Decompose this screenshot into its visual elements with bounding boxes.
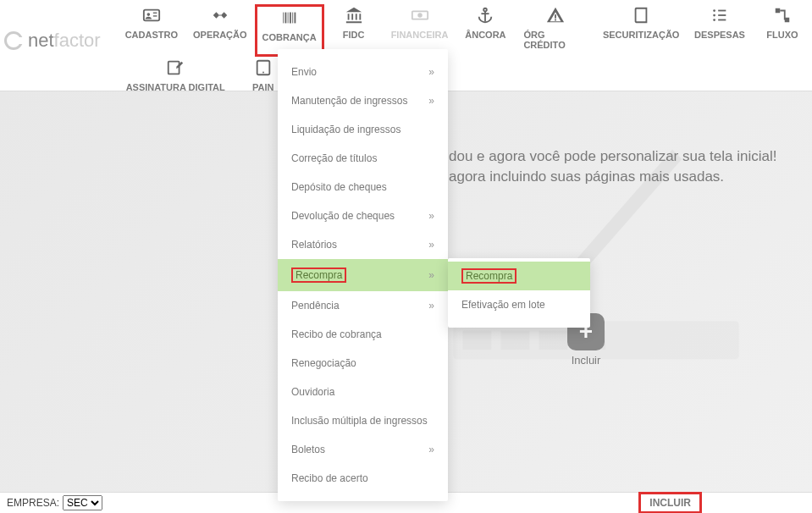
nav-label: CADASTRO	[125, 30, 178, 40]
svg-rect-16	[555, 19, 556, 21]
dropdown-item-boletos[interactable]: Boletos»	[278, 435, 448, 464]
chevron-right-icon: »	[428, 239, 434, 251]
dropdown-item-corre--o-de-t-tulos[interactable]: Correção de títulos	[278, 144, 448, 173]
dropdown-item-label: Envio	[291, 66, 317, 78]
tablet-icon	[254, 57, 273, 79]
dropdown-item-label: Ouvidoria	[291, 386, 334, 398]
chevron-right-icon: »	[428, 444, 434, 455]
dropdown-item-label: Boletos	[291, 444, 325, 455]
incluir-button[interactable]: INCLUIR	[638, 492, 702, 513]
chevron-right-icon: »	[428, 66, 434, 78]
nav-label: DESPESAS	[694, 30, 745, 40]
submenu-item-label: Efetivação em lote	[461, 299, 545, 311]
nav-label: FINANCEIRA	[391, 30, 449, 40]
chevron-right-icon: »	[428, 95, 434, 107]
logo-icon	[4, 31, 23, 50]
hero-line-2: agora incluindo suas páginas mais usadas…	[449, 168, 812, 185]
svg-point-18	[713, 14, 715, 17]
submenu-item-recompra[interactable]: Recompra	[448, 262, 590, 290]
incluir-shortcut-label: Incluir	[572, 354, 601, 367]
dropdown-item-label: Recompra	[291, 268, 346, 283]
svg-rect-29	[463, 331, 492, 350]
dropdown-item-label: Recibo de cobrança	[291, 328, 382, 340]
nav-fluxo[interactable]: FLUXO	[753, 4, 812, 57]
cobranca-dropdown: Envio»Manutenção de ingressos»Liquidação…	[278, 49, 448, 501]
hero-text: dou e agora você pode personalizar sua t…	[449, 148, 812, 185]
book-icon	[632, 4, 650, 26]
nav-label: ASSINATURA DIGITAL	[126, 82, 225, 92]
dropdown-item-label: Depósito de cheques	[291, 181, 387, 193]
dropdown-item-label: Pendência	[291, 300, 340, 312]
svg-rect-30	[501, 331, 530, 350]
money-icon	[411, 4, 429, 26]
chevron-right-icon: »	[428, 210, 434, 222]
dropdown-item-renegocia--o[interactable]: Renegociação	[278, 349, 448, 378]
warning-icon	[546, 4, 565, 26]
nav-label: PAIN	[252, 82, 273, 92]
dropdown-item-label: Recibo de acerto	[291, 472, 368, 484]
chevron-right-icon: »	[428, 300, 434, 312]
edit-icon	[166, 57, 185, 79]
dropdown-item-dep-sito-de-cheques[interactable]: Depósito de cheques	[278, 173, 448, 201]
list-icon	[710, 4, 729, 26]
dropdown-item-manuten--o-de-ingressos[interactable]: Manutenção de ingressos»	[278, 86, 448, 115]
nav-assinatura-digital[interactable]: ASSINATURA DIGITAL	[118, 57, 234, 99]
nav-label: FIDC	[343, 30, 365, 40]
dropdown-item-recompra[interactable]: Recompra»	[278, 259, 448, 291]
logo: netfactor	[0, 4, 109, 52]
svg-rect-23	[776, 8, 781, 14]
dropdown-item-inclus-o-m-ltipla-de-ingressos[interactable]: Inclusão múltipla de ingressos	[278, 406, 448, 435]
nav-label: OPERAÇÃO	[193, 30, 247, 40]
dropdown-item-devolu--o-de-cheques[interactable]: Devolução de cheques»	[278, 201, 448, 230]
dropdown-item-label: Inclusão múltipla de ingressos	[291, 415, 428, 427]
flow-icon	[773, 4, 792, 26]
dropdown-item-relat-rios[interactable]: Relatórios»	[278, 230, 448, 259]
dropdown-item-liquida--o-de-ingressos[interactable]: Liquidação de ingressos	[278, 115, 448, 144]
dropdown-item-label: Relatórios	[291, 239, 337, 251]
dropdown-item-pend-ncia[interactable]: Pendência»	[278, 291, 448, 320]
logo-text: netfactor	[28, 30, 101, 52]
handshake-icon	[211, 4, 229, 26]
submenu-item-label: Recompra	[461, 268, 516, 284]
recompra-submenu: RecompraEfetivação em lote	[448, 258, 590, 328]
svg-point-1	[146, 13, 150, 16]
chevron-right-icon: »	[428, 269, 434, 281]
dropdown-item-label: Renegociação	[291, 357, 356, 369]
nav-label: SECURITIZAÇÃO	[603, 30, 679, 40]
nav-label: ÓRG CRÉDITO	[523, 30, 587, 50]
dropdown-item-envio[interactable]: Envio»	[278, 58, 448, 86]
nav--rg-cr-dito[interactable]: ÓRG CRÉDITO	[515, 4, 595, 57]
svg-point-19	[713, 19, 715, 21]
nav-label: COBRANÇA	[262, 32, 317, 42]
empresa-select[interactable]: SEC	[63, 495, 102, 510]
nav-cadastro[interactable]: CADASTRO	[118, 4, 185, 57]
dropdown-item-label: Liquidação de ingressos	[291, 124, 400, 135]
dropdown-item-label: Devolução de cheques	[291, 210, 395, 222]
nav--ncora[interactable]: ÂNCORA	[456, 4, 515, 57]
svg-rect-31	[539, 331, 568, 350]
nav-items: CADASTROOPERAÇÃOCOBRANÇAFIDCFINANCEIRAÂN…	[109, 4, 812, 99]
svg-point-11	[417, 13, 423, 18]
nav-label: FLUXO	[766, 30, 798, 40]
svg-point-12	[484, 8, 488, 12]
nav-securitiza--o[interactable]: SECURITIZAÇÃO	[595, 4, 687, 57]
id-card-icon	[142, 4, 161, 26]
submenu-item-efetiva--o-em-lote[interactable]: Efetivação em lote	[448, 290, 590, 319]
dropdown-item-ouvidoria[interactable]: Ouvidoria	[278, 378, 448, 406]
dropdown-item-label: Correção de títulos	[291, 152, 377, 164]
empresa-label: EMPRESA:	[7, 497, 59, 509]
svg-rect-15	[555, 14, 556, 19]
svg-point-17	[713, 9, 715, 12]
nav-opera--o[interactable]: OPERAÇÃO	[185, 4, 255, 57]
svg-point-27	[262, 72, 264, 74]
dropdown-item-label: Manutenção de ingressos	[291, 95, 407, 107]
nav-label: ÂNCORA	[465, 30, 505, 40]
anchor-icon	[476, 4, 494, 26]
dropdown-item-recibo-de-cobran-a[interactable]: Recibo de cobrança	[278, 320, 448, 349]
nav-despesas[interactable]: DESPESAS	[687, 4, 753, 57]
hero-line-1: dou e agora você pode personalizar sua t…	[449, 148, 812, 165]
dropdown-item-recibo-de-acerto[interactable]: Recibo de acerto	[278, 464, 448, 493]
bank-icon	[345, 4, 363, 26]
barcode-icon	[280, 7, 299, 29]
